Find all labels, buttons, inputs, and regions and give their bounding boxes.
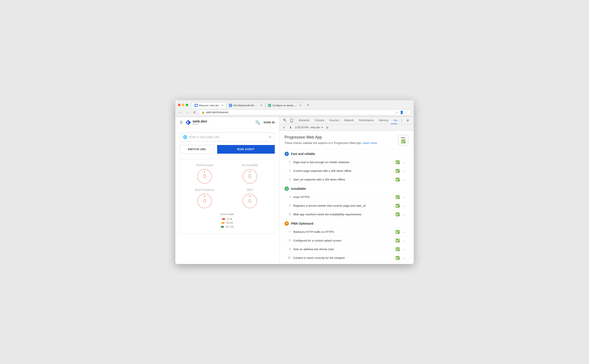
browser-tab-2[interactable]: ⚙ Get Started with Remote Debu... ✕ — [226, 102, 265, 108]
audit-expand-8[interactable]: ⌄ — [403, 239, 406, 242]
devtools-cursor-icon[interactable] — [283, 118, 288, 123]
browser-tab-1[interactable]: Measure | web.dev ✕ — [192, 102, 226, 108]
learn-more-link[interactable]: Learn more. — [362, 141, 378, 144]
audit-bar: + ⬇ 3:39:29 PM - web.dev ▾ ⊘ — [279, 124, 414, 131]
pwa-title: Progressive Web App — [285, 135, 395, 140]
pwa-title-section: Progressive Web App These checks validat… — [285, 135, 395, 145]
audit-item-5: 5 Registers a service worker that contro… — [285, 201, 408, 210]
devtools-more-button[interactable]: ⋮ — [399, 118, 404, 123]
minimize-window-button[interactable] — [182, 104, 184, 106]
audit-download-button[interactable]: ⬇ — [288, 125, 293, 130]
tab-network[interactable]: Network — [341, 117, 356, 124]
devtools-mobile-icon[interactable] — [289, 118, 294, 123]
audit-check-9: ✅ — [395, 247, 400, 251]
site-header: ☰ web.dev BETA 🔍 SIGN IN — [175, 117, 279, 128]
installable-icon: ⊕ — [285, 187, 289, 191]
tab-sources[interactable]: Sources — [327, 117, 341, 124]
bookmark-icon[interactable]: ☆ — [395, 110, 398, 114]
tab-elements[interactable]: Elements — [296, 117, 312, 124]
run-audit-button[interactable]: RUN AUDIT — [217, 145, 275, 154]
audit-num-6: 6 — [287, 213, 291, 216]
tab-2-title: Get Started with Remote Debu... — [233, 104, 258, 107]
switch-url-button[interactable]: SWITCH URL — [180, 145, 214, 154]
audit-expand-2[interactable]: ⌄ — [403, 169, 406, 172]
scores-grid: Performance 0 Accessibility 0 — [180, 159, 275, 234]
audit-num-4: 4 — [287, 195, 291, 198]
best-practices-dot — [204, 196, 205, 197]
close-window-button[interactable] — [178, 104, 181, 106]
url-input-area[interactable]: 🌐 Enter a web page URL ✕ — [180, 133, 275, 142]
tab-memory[interactable]: Memory — [376, 117, 391, 124]
pwa-description: These checks validate the aspects of a P… — [285, 141, 395, 145]
scale-title: Score scale: — [184, 213, 270, 216]
audit-expand-10[interactable]: ⌄ — [403, 256, 406, 260]
audit-expand-3[interactable]: ⌄ — [403, 178, 406, 181]
back-button[interactable]: ‹ — [178, 110, 183, 115]
audit-num-10: 10 — [287, 256, 291, 259]
account-icon[interactable]: 👤 — [400, 110, 403, 114]
performance-dot — [204, 171, 205, 172]
tab-2-close[interactable]: ✕ — [260, 104, 262, 107]
audit-check-5: ✅ — [395, 204, 400, 208]
accessibility-circle: 0 — [242, 169, 257, 184]
audit-text-4: Uses HTTPS — [293, 195, 393, 199]
audit-num-2: 2 — [287, 169, 291, 172]
audit-text-5: Registers a service worker that controls… — [293, 204, 393, 207]
svg-rect-3 — [284, 119, 285, 120]
pwa-badge-text: PWA — [401, 137, 406, 139]
sign-in-button[interactable]: SIGN IN — [263, 121, 275, 124]
audit-check-1: ✅ — [395, 160, 400, 164]
panel-content: 🌐 Enter a web page URL ✕ SWITCH URL RUN … — [175, 128, 279, 264]
audit-expand-6[interactable]: ⌄ — [403, 213, 406, 216]
audit-expand-4[interactable]: ⌄ — [403, 195, 406, 199]
audit-num-8: 8 — [287, 239, 291, 242]
audit-expand-7[interactable]: ⌄ — [403, 230, 406, 234]
audit-check-4: ✅ — [395, 195, 400, 199]
performance-value: 0 — [203, 173, 206, 179]
audit-text-10: Content is sized correctly for the viewp… — [293, 256, 393, 260]
address-icons: ☆ 👤 ⋮ — [395, 110, 408, 114]
tab-performance[interactable]: Performance — [356, 117, 376, 124]
devtools-close-button[interactable]: ✕ — [405, 118, 410, 123]
audit-dropdown-button[interactable]: ▾ — [321, 126, 323, 129]
section-installable-header: ⊕ Installable — [285, 184, 408, 193]
new-tab-button[interactable]: + — [305, 102, 311, 108]
performance-circle: 0 — [197, 169, 212, 184]
reload-button[interactable]: ↺ — [192, 110, 197, 115]
forward-button[interactable]: › — [185, 110, 190, 115]
seo-score: SEO 0 — [229, 188, 270, 208]
audit-expand-5[interactable]: ⌄ — [403, 204, 406, 207]
tab-3-close[interactable]: ✕ — [299, 104, 301, 107]
search-button[interactable]: 🔍 — [255, 120, 260, 125]
audit-item-11: 11 Has a <meta name="viewport"> tag with… — [285, 262, 408, 264]
audit-add-button[interactable]: + — [282, 125, 286, 130]
logo-name: web.dev BETA — [193, 119, 207, 125]
section-pwa-optimized-header: ★ PWA Optimized — [285, 219, 408, 228]
more-icon[interactable]: ⋮ — [405, 110, 408, 114]
tab-console[interactable]: Console — [312, 117, 327, 124]
installable-title: Installable — [291, 187, 306, 190]
clear-url-button[interactable]: ✕ — [269, 135, 272, 139]
tab-audits[interactable]: Audits — [391, 117, 397, 124]
address-input-wrap[interactable]: 🔒 web.dev/measure ☆ 👤 ⋮ — [199, 110, 411, 115]
seo-dot — [249, 196, 250, 197]
svg-marker-0 — [195, 104, 197, 107]
title-bar-top: Measure | web.dev ✕ ⚙ Get Started with R… — [175, 100, 414, 108]
audit-settings-button[interactable]: ⊘ — [325, 125, 329, 130]
pwa-optimized-icon: ★ — [285, 221, 289, 226]
tab-1-close[interactable]: ✕ — [221, 104, 223, 107]
audit-item-4: 4 Uses HTTPS ✅ ⌄ — [285, 193, 408, 201]
audit-expand-9[interactable]: ⌄ — [403, 247, 406, 251]
audit-item-10: 10 Content is sized correctly for the vi… — [285, 254, 408, 262]
browser-tab-3[interactable]: 🤖 Configure on-device develope... ✕ — [265, 102, 304, 108]
tab-3-favicon: 🤖 — [268, 104, 271, 107]
accessibility-dot — [249, 171, 250, 172]
pwa-badge-check-icon: ✅ — [401, 139, 405, 143]
audit-expand-1[interactable]: ⌄ — [403, 160, 406, 164]
maximize-window-button[interactable] — [186, 104, 188, 106]
accessibility-score: Accessibility 0 — [229, 163, 270, 184]
score-scale: Score scale: 0-49 50-89 90-100 — [184, 213, 270, 228]
hamburger-menu-button[interactable]: ☰ — [180, 120, 183, 124]
svg-line-4 — [285, 120, 287, 122]
tab-1-title: Measure | web.dev — [199, 104, 219, 107]
